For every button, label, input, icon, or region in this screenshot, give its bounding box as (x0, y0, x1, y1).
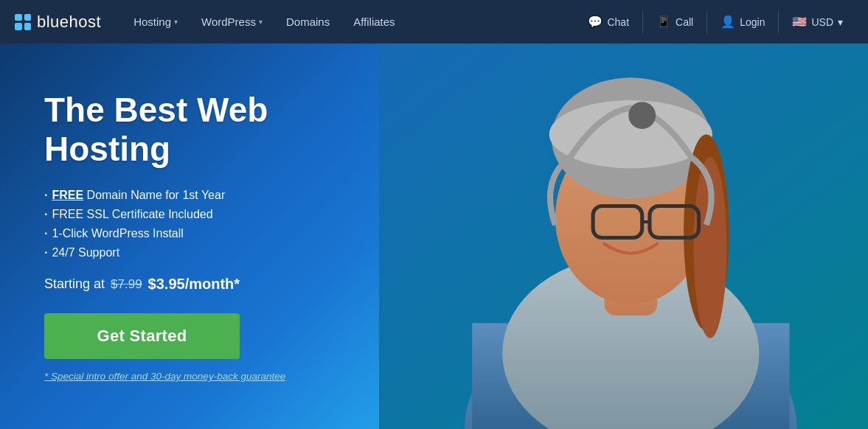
nav-item-wordpress[interactable]: WordPress ▾ (191, 0, 273, 43)
chevron-down-icon: ▾ (259, 18, 263, 26)
nav-divider-3 (778, 11, 779, 33)
feature-item-4: · 24/7 Support (44, 246, 369, 259)
svg-point-14 (629, 102, 656, 129)
person-svg (379, 43, 868, 429)
hero-section: The Best Web Hosting · FREE Domain Name … (0, 43, 868, 429)
bullet-icon: · (44, 189, 47, 202)
nav-divider-2 (706, 11, 707, 33)
login-button[interactable]: 👤 Login (710, 0, 775, 43)
nav-item-hosting[interactable]: Hosting ▾ (123, 0, 188, 43)
chevron-down-icon: ▾ (838, 16, 843, 28)
nav-item-affiliates[interactable]: Affiliates (343, 0, 405, 43)
hero-content: The Best Web Hosting · FREE Domain Name … (0, 61, 413, 412)
pricing-label: Starting at (44, 276, 105, 292)
feature-item-3: · 1-Click WordPress Install (44, 227, 369, 240)
new-price: $3.95/month* (148, 276, 240, 293)
logo[interactable]: bluehost (15, 13, 101, 32)
nav-item-domains[interactable]: Domains (276, 0, 340, 43)
navigation: bluehost Hosting ▾ WordPress ▾ Domains A… (0, 0, 868, 43)
currency-selector[interactable]: 🇺🇸 USD ▾ (782, 0, 853, 43)
brand-name: bluehost (37, 13, 101, 32)
flag-icon: 🇺🇸 (792, 15, 807, 29)
chat-icon: 💬 (588, 15, 603, 29)
old-price: $7.99 (111, 277, 142, 292)
feature-item-2: · FREE SSL Certificate Included (44, 208, 369, 221)
feature-item-1: · FREE Domain Name for 1st Year (44, 189, 369, 202)
hero-title: The Best Web Hosting (44, 91, 369, 169)
bullet-icon: · (44, 208, 47, 221)
bullet-icon: · (44, 246, 47, 259)
nav-divider (642, 11, 643, 33)
nav-actions: 💬 Chat 📱 Call 👤 Login 🇺🇸 USD ▾ (577, 0, 853, 43)
chevron-down-icon: ▾ (174, 18, 178, 26)
pricing-area: Starting at $7.99 $3.95/month* (44, 276, 369, 293)
get-started-button[interactable]: Get Started (44, 313, 240, 359)
guarantee-text[interactable]: * Special intro offer and 30-day money-b… (44, 371, 369, 382)
bullet-icon: · (44, 227, 47, 240)
call-button[interactable]: 📱 Call (646, 0, 704, 43)
phone-icon: 📱 (656, 15, 671, 29)
hero-features-list: · FREE Domain Name for 1st Year · FREE S… (44, 189, 369, 259)
logo-grid-icon (15, 14, 31, 30)
nav-links: Hosting ▾ WordPress ▾ Domains Affiliates (123, 0, 577, 43)
hero-person-image (379, 43, 868, 429)
user-icon: 👤 (721, 15, 735, 29)
feature-free-text: FREE (52, 189, 83, 201)
chat-button[interactable]: 💬 Chat (577, 0, 639, 43)
